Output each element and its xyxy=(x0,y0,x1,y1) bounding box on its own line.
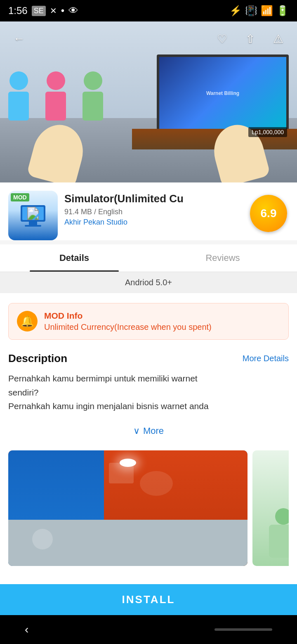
bottom-nav: ‹ xyxy=(0,615,297,644)
main-content: 🔔 MOD Info Unlimited Currency(Increase w… xyxy=(0,293,297,634)
app-details: Simulator(Unlimited Cu 91.4 MB / English… xyxy=(64,191,243,227)
tab-details[interactable]: Details xyxy=(0,244,148,272)
tab-reviews[interactable]: Reviews xyxy=(148,244,297,272)
nav-home-indicator xyxy=(214,628,272,631)
more-label: More xyxy=(143,426,164,436)
bluetooth-icon: ⚡ xyxy=(229,5,242,17)
description-text: Pernahkah kamu bermimpi untuk memiliki w… xyxy=(8,372,289,413)
status-time: 1:56 xyxy=(8,5,28,17)
description-title: Description xyxy=(8,352,67,365)
dot-icon: • xyxy=(61,5,64,17)
eye-icon: 👁 xyxy=(68,5,78,17)
install-bar[interactable]: INSTALL xyxy=(0,584,297,615)
android-version-bar: Andriod 5.0+ xyxy=(0,272,297,293)
mod-badge: MOD xyxy=(11,193,29,201)
mod-info-title: MOD Info xyxy=(44,311,212,321)
app-icon-wrapper: MOD xyxy=(8,191,58,240)
status-bar: 1:56 SE ✕ • 👁 ⚡ 📳 📶 🔋 xyxy=(0,0,297,21)
separator: / xyxy=(94,208,98,216)
more-details-button[interactable]: More Details xyxy=(243,354,289,363)
screenshot-2[interactable] xyxy=(252,450,289,566)
app-language: English xyxy=(98,208,123,216)
app-icon: MOD xyxy=(8,191,58,240)
more-button[interactable]: ∨ More xyxy=(8,421,289,440)
desc-line2: sendiri? xyxy=(8,388,39,397)
desc-line1: Pernahkah kamu bermimpi untuk memiliki w… xyxy=(8,374,198,383)
desc-line3: Pernahkah kamu ingin menjalani bisnis wa… xyxy=(8,401,209,411)
mod-info-text: MOD Info Unlimited Currency(Increase whe… xyxy=(44,311,212,332)
rating-circle: 6.9 xyxy=(250,195,287,232)
hero-icons-right: ♡ ⇧ ⚠ xyxy=(213,30,287,48)
status-left: 1:56 SE ✕ • 👁 xyxy=(8,5,78,17)
screenshots-section xyxy=(8,450,289,566)
install-label: INSTALL xyxy=(122,593,175,606)
status-right: ⚡ 📳 📶 🔋 xyxy=(229,5,289,17)
svg-rect-3 xyxy=(25,225,41,227)
chevron-down-icon: ∨ xyxy=(133,426,140,436)
nav-back-button[interactable]: ‹ xyxy=(25,623,28,636)
tabs: Details Reviews xyxy=(0,244,297,272)
hero-header: ← ♡ ⇧ ⚠ xyxy=(0,21,297,56)
battery-icon: 🔋 xyxy=(276,5,289,17)
se-icon: SE xyxy=(32,6,46,16)
mod-info-description: Unlimited Currency(Increase when you spe… xyxy=(44,322,212,332)
report-button[interactable]: ⚠ xyxy=(269,30,287,48)
description-header: Description More Details xyxy=(8,352,289,365)
app-info-section: MOD Simulator(Unlimited Cu 91.4 MB / Eng… xyxy=(0,182,297,240)
monitor-svg xyxy=(16,203,50,228)
mod-info-box: 🔔 MOD Info Unlimited Currency(Increase w… xyxy=(8,303,289,340)
hero-image: Warnet Billing Lp1,000,000 ← ♡ ⇧ ⚠ xyxy=(0,21,297,182)
back-button[interactable]: ← xyxy=(10,30,28,48)
share-button[interactable]: ⇧ xyxy=(241,30,259,48)
svg-rect-2 xyxy=(29,222,37,225)
app-meta: 91.4 MB / English xyxy=(64,208,243,216)
app-size: 91.4 MB xyxy=(64,208,92,216)
x-icon: ✕ xyxy=(50,6,57,16)
app-title: Simulator(Unlimited Cu xyxy=(64,192,243,205)
screenshot-1[interactable] xyxy=(8,450,248,566)
mod-bell-icon: 🔔 xyxy=(17,311,38,331)
favorite-button[interactable]: ♡ xyxy=(213,30,231,48)
vibrate-icon: 📳 xyxy=(245,5,257,17)
app-developer[interactable]: Akhir Pekan Studio xyxy=(64,218,243,227)
signal-icon: 📶 xyxy=(261,5,273,17)
